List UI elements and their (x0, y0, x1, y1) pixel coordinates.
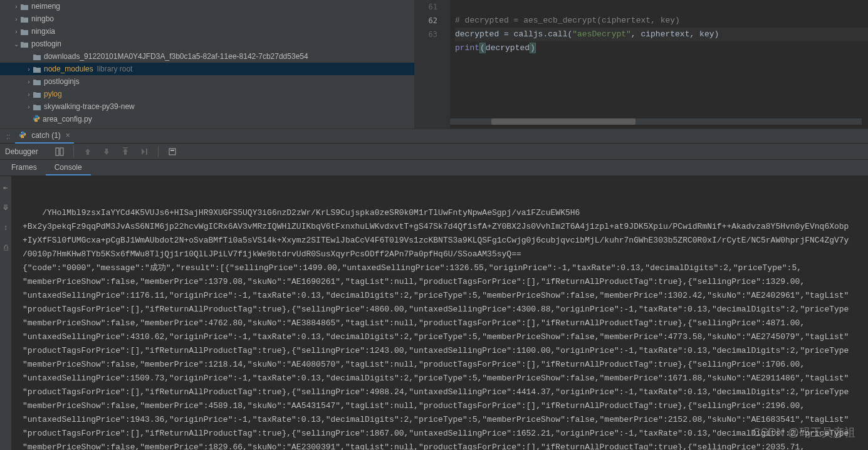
python-icon (19, 131, 26, 140)
svg-rect-2 (56, 148, 59, 155)
line-number: 61 (415, 0, 450, 14)
folder-icon (20, 39, 29, 48)
chevron-icon[interactable]: › (25, 66, 33, 73)
tree-item-label: downloads_91220101MA0Y4JFD3A_f3b0c1a5-82… (44, 52, 308, 61)
line-number: 63 (415, 28, 450, 41)
code-comment: # decrypted = aes_ecb_decrypt(ciphertext… (455, 16, 680, 25)
tree-item-label: ningxia (31, 27, 55, 36)
tree-item[interactable]: ›neimeng (0, 0, 414, 13)
svg-rect-4 (123, 147, 128, 149)
run-prefix: ;: (6, 132, 10, 140)
line-number: 62 (415, 14, 450, 28)
console-gutter: ⇤ ⤋ ↕ ⎙ (0, 176, 11, 450)
svg-rect-3 (60, 148, 63, 155)
tree-item-label: node_modules (44, 65, 93, 73)
code-area[interactable]: # decrypted = aes_ecb_decrypt(ciphertext… (450, 0, 868, 128)
folder-icon (20, 14, 29, 23)
svg-rect-5 (146, 149, 147, 155)
scrollbar-thumb[interactable] (491, 118, 635, 125)
console-action-icon[interactable]: ⇤ (3, 181, 8, 195)
chevron-icon[interactable]: › (25, 103, 33, 110)
tree-item-label: skywalking-trace-py39-new (44, 102, 135, 111)
svg-rect-7 (170, 150, 174, 151)
chevron-icon[interactable]: › (13, 16, 20, 23)
folder-icon (33, 90, 41, 98)
console-action-icon[interactable]: ⤋ (3, 201, 9, 215)
editor-gutter: 61 62 63 (415, 0, 450, 128)
chevron-icon[interactable]: › (13, 3, 20, 10)
tree-item[interactable]: ›postloginjs (0, 75, 414, 88)
tree-item-label: neimeng (31, 2, 60, 11)
tab-console[interactable]: Console (46, 160, 91, 175)
svg-point-0 (21, 132, 22, 133)
console-output[interactable]: ⇤ ⤋ ↕ ⎙ /YHolMbl9zsxIaYYCd4K5VUJs6+HISaj… (0, 176, 868, 450)
tree-item[interactable]: area_config.py (0, 113, 414, 125)
chevron-icon[interactable]: › (13, 28, 20, 35)
tree-item[interactable]: ›node_moduleslibrary root (0, 63, 414, 75)
folder-icon (33, 52, 41, 61)
folder-icon (20, 2, 29, 11)
folder-icon (20, 27, 29, 36)
debugger-label: Debugger (5, 147, 38, 156)
tab-frames[interactable]: Frames (3, 160, 46, 175)
tree-item-label: postloginjs (44, 77, 80, 86)
folder-icon (33, 65, 41, 73)
debugger-toolbar: Debugger (0, 144, 868, 160)
tree-item[interactable]: ›skywalking-trace-py39-new (0, 100, 414, 113)
tree-item[interactable]: ⌄postlogin (0, 38, 414, 50)
svg-point-1 (23, 137, 24, 137)
project-tree[interactable]: ›neimeng›ningbo›ningxia⌄postlogindownloa… (0, 0, 415, 128)
run-tab-bar: ;: catch (1) × (0, 128, 868, 144)
code-editor[interactable]: 61 62 63 # decrypted = aes_ecb_decrypt(c… (415, 0, 868, 128)
tree-item-label: pylog (44, 90, 62, 98)
folder-icon (33, 102, 41, 111)
step-out-icon[interactable] (120, 147, 130, 157)
step-up-icon[interactable] (83, 147, 93, 157)
tree-item-label: ningbo (31, 14, 54, 23)
separator (73, 146, 74, 157)
run-tab-label: catch (1) (31, 131, 61, 140)
chevron-icon[interactable]: ⌄ (13, 41, 20, 48)
console-action-icon[interactable]: ↕ (3, 221, 8, 235)
run-to-cursor-icon[interactable] (139, 147, 149, 157)
editor-horizontal-scrollbar[interactable] (450, 118, 862, 125)
python-icon (33, 115, 40, 123)
tree-item[interactable]: ›ningbo (0, 13, 414, 25)
separator (158, 146, 159, 157)
tree-item-label: area_config.py (43, 115, 92, 123)
tree-item[interactable]: ›ningxia (0, 25, 414, 38)
tree-item-note: library root (97, 65, 133, 73)
step-into-icon[interactable] (102, 147, 112, 157)
folder-icon (33, 77, 41, 86)
console-text: /YHolMbl9zsxIaYYCd4K5VUJs6+HISajHR9XUGFS… (23, 208, 849, 450)
chevron-icon[interactable]: › (25, 78, 33, 85)
run-tab[interactable]: catch (1) × (15, 128, 74, 144)
layout-icon[interactable] (55, 147, 65, 157)
close-icon[interactable]: × (66, 131, 70, 140)
debugger-subtabs: Frames Console (0, 160, 868, 176)
svg-rect-6 (169, 149, 175, 155)
tree-item[interactable]: downloads_91220101MA0Y4JFD3A_f3b0c1a5-82… (0, 50, 414, 63)
chevron-icon[interactable]: › (25, 91, 33, 98)
evaluate-icon[interactable] (167, 147, 177, 157)
tree-item-label: postlogin (31, 39, 61, 48)
console-action-icon[interactable]: ⎙ (4, 241, 8, 255)
tree-item[interactable]: ›pylog (0, 88, 414, 100)
